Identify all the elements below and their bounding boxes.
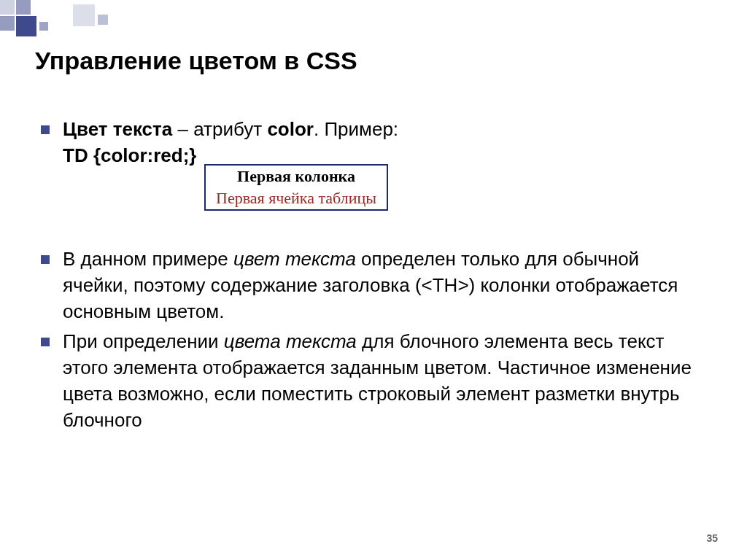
code-example: TD {color:red;} — [63, 144, 196, 166]
bullet-2-em: цвет текста — [233, 248, 356, 270]
table-data-cell: Первая ячейка таблицы — [205, 187, 387, 210]
color-keyword: color — [267, 118, 314, 140]
bullet-2: В данном примере цвет текста определен т… — [35, 246, 706, 325]
bullet-3: При определении цвета текста для блочног… — [35, 329, 706, 434]
bullet-1-dash: – атрибут — [172, 118, 267, 140]
bullet-2-pre: В данном примере — [63, 248, 233, 270]
corner-decoration — [0, 0, 124, 36]
table-example-box: Первая колонка Первая ячейка таблицы — [204, 164, 388, 211]
bullet-3-em: цвета текста — [224, 330, 357, 352]
bullet-3-pre: При определении — [63, 330, 224, 352]
table-header-cell: Первая колонка — [205, 165, 387, 187]
page-number: 35 — [706, 532, 718, 544]
bullet-1-tail: . Пример: — [314, 118, 398, 140]
text-color-label: Цвет текста — [63, 118, 172, 140]
slide-title: Управление цветом в CSS — [35, 47, 357, 75]
